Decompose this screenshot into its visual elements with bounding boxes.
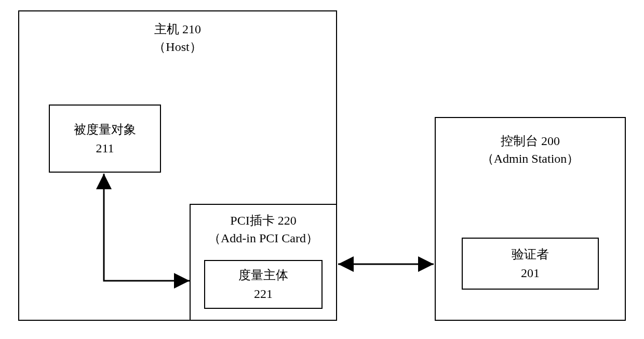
measurement-subject-line1: 度量主体 — [238, 266, 288, 284]
console-title-line2: （Admin Station） — [481, 152, 580, 165]
measurement-subject-box: 度量主体 221 — [204, 260, 323, 309]
host-title-line2: （Host） — [153, 40, 202, 54]
verifier-box: 验证者 201 — [462, 238, 599, 290]
measured-object-box: 被度量对象 211 — [49, 105, 161, 173]
console-title-line1: 控制台 200 — [501, 134, 560, 148]
console-box: 控制台 200 （Admin Station） — [435, 117, 626, 321]
host-title: 主机 210 （Host） — [19, 21, 336, 56]
measured-object-label: 被度量对象 211 — [50, 106, 160, 172]
console-title: 控制台 200 （Admin Station） — [436, 133, 625, 167]
verifier-label: 验证者 201 — [463, 239, 598, 289]
measurement-subject-line2: 221 — [254, 284, 273, 303]
verifier-line1: 验证者 — [512, 245, 549, 264]
pci-card-title-line1: PCI插卡 220 — [230, 214, 296, 227]
pci-card-title-line2: （Add-in PCI Card） — [208, 231, 318, 245]
measured-object-line1: 被度量对象 — [74, 120, 136, 139]
verifier-line2: 201 — [521, 264, 540, 282]
pci-card-title: PCI插卡 220 （Add-in PCI Card） — [191, 212, 336, 247]
host-title-line1: 主机 210 — [154, 22, 201, 36]
measurement-subject-label: 度量主体 221 — [205, 261, 321, 308]
measured-object-line2: 211 — [96, 139, 114, 158]
